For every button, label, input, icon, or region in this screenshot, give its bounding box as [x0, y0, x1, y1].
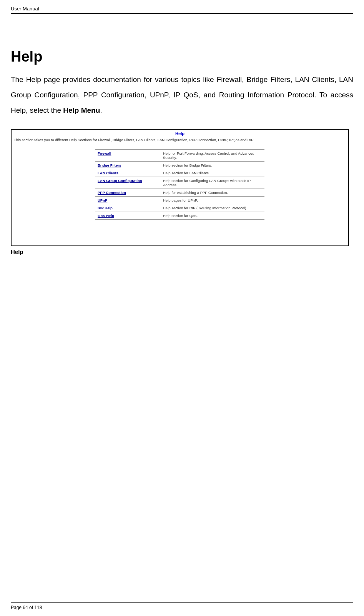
help-link[interactable]: LAN Clients: [98, 171, 118, 175]
intro-paragraph: The Help page provides documentation for…: [11, 72, 353, 118]
page-footer: Page 64 of 118: [11, 602, 353, 610]
table-row: LAN Group Configuration Help section for…: [95, 177, 264, 189]
help-desc-cell: Help for Port Forwarding, Access Control…: [161, 149, 264, 161]
help-link[interactable]: Firewall: [98, 151, 111, 155]
help-desc-cell: Help for establishing a PPP Connection.: [161, 189, 264, 196]
help-link[interactable]: PPP Connection: [98, 190, 126, 195]
help-desc-cell: Help section for Configuring LAN Groups …: [161, 177, 264, 189]
help-link[interactable]: UPnP: [98, 198, 107, 202]
document-header-title: User Manual: [11, 6, 353, 12]
table-row: RIP Help Help section for RIP ( Routing …: [95, 204, 264, 212]
help-desc-cell: Help section for QoS.: [161, 212, 264, 219]
table-row: QoS Help Help section for QoS.: [95, 212, 264, 219]
intro-text-pre: The Help page provides documentation for…: [11, 75, 353, 114]
help-link[interactable]: QoS Help: [98, 214, 114, 218]
header-rule: [11, 13, 353, 14]
intro-text-bold: Help Menu: [63, 106, 100, 114]
help-link[interactable]: Bridge Filters: [98, 163, 121, 167]
page-number: Page 64 of 118: [11, 605, 353, 610]
help-topics-table: Firewall Help for Port Forwarding, Acces…: [95, 149, 264, 220]
help-desc-cell: Help pages for UPnP.: [161, 196, 264, 204]
figure-caption: Help: [11, 249, 353, 255]
help-link[interactable]: RIP Help: [98, 206, 113, 210]
table-row: Bridge Filters Help section for Bridge F…: [95, 161, 264, 169]
help-link-cell[interactable]: PPP Connection: [95, 189, 161, 196]
help-link-cell[interactable]: QoS Help: [95, 212, 161, 219]
table-row: Firewall Help for Port Forwarding, Acces…: [95, 149, 264, 161]
table-row: PPP Connection Help for establishing a P…: [95, 189, 264, 196]
intro-text-post: .: [100, 106, 102, 114]
footer-rule: [11, 602, 353, 603]
help-link-cell[interactable]: RIP Help: [95, 204, 161, 212]
help-link-cell[interactable]: Firewall: [95, 149, 161, 161]
table-row: LAN Clients Help section for LAN Clients…: [95, 169, 264, 177]
help-desc-cell: Help section for RIP ( Routing Informati…: [161, 204, 264, 212]
help-screenshot-panel: Help This section takes you to different…: [11, 129, 349, 246]
help-link-cell[interactable]: Bridge Filters: [95, 161, 161, 169]
screenshot-title: Help: [14, 131, 346, 136]
help-link[interactable]: LAN Group Configuration: [98, 179, 142, 183]
help-desc-cell: Help section for LAN Clients.: [161, 169, 264, 177]
screenshot-subtitle: This section takes you to different Help…: [14, 137, 346, 142]
table-row: UPnP Help pages for UPnP.: [95, 196, 264, 204]
help-link-cell[interactable]: LAN Group Configuration: [95, 177, 161, 189]
section-heading: Help: [11, 48, 353, 65]
help-link-cell[interactable]: LAN Clients: [95, 169, 161, 177]
help-link-cell[interactable]: UPnP: [95, 196, 161, 204]
help-desc-cell: Help section for Bridge Filters.: [161, 161, 264, 169]
